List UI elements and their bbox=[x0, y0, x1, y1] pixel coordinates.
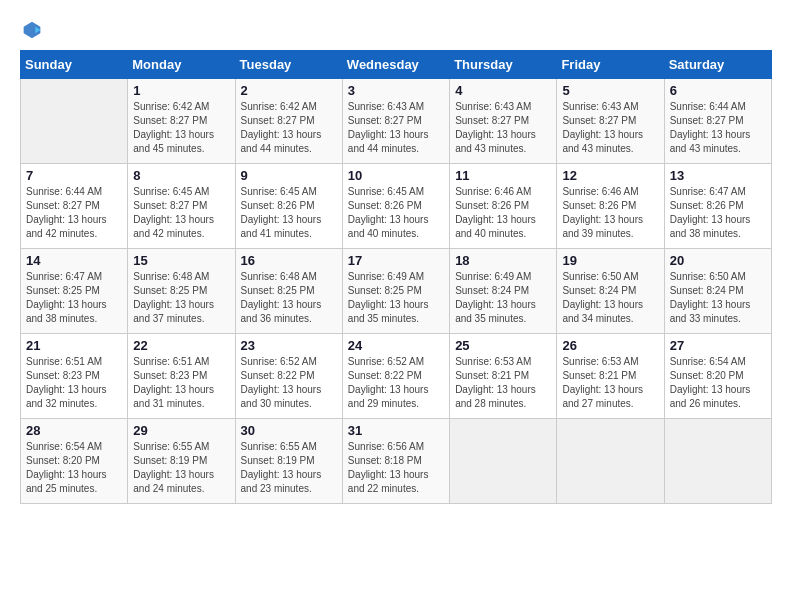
day-info: Sunrise: 6:49 AMSunset: 8:25 PMDaylight:… bbox=[348, 270, 444, 326]
day-cell bbox=[21, 79, 128, 164]
day-cell: 6Sunrise: 6:44 AMSunset: 8:27 PMDaylight… bbox=[664, 79, 771, 164]
day-number: 23 bbox=[241, 338, 337, 353]
day-info: Sunrise: 6:49 AMSunset: 8:24 PMDaylight:… bbox=[455, 270, 551, 326]
day-number: 6 bbox=[670, 83, 766, 98]
day-number: 17 bbox=[348, 253, 444, 268]
day-number: 16 bbox=[241, 253, 337, 268]
day-cell: 4Sunrise: 6:43 AMSunset: 8:27 PMDaylight… bbox=[450, 79, 557, 164]
day-cell: 28Sunrise: 6:54 AMSunset: 8:20 PMDayligh… bbox=[21, 419, 128, 504]
day-number: 18 bbox=[455, 253, 551, 268]
day-number: 7 bbox=[26, 168, 122, 183]
day-info: Sunrise: 6:46 AMSunset: 8:26 PMDaylight:… bbox=[455, 185, 551, 241]
header-friday: Friday bbox=[557, 51, 664, 79]
day-cell: 20Sunrise: 6:50 AMSunset: 8:24 PMDayligh… bbox=[664, 249, 771, 334]
day-info: Sunrise: 6:50 AMSunset: 8:24 PMDaylight:… bbox=[562, 270, 658, 326]
day-info: Sunrise: 6:55 AMSunset: 8:19 PMDaylight:… bbox=[241, 440, 337, 496]
week-row-3: 14Sunrise: 6:47 AMSunset: 8:25 PMDayligh… bbox=[21, 249, 772, 334]
day-cell bbox=[557, 419, 664, 504]
day-number: 19 bbox=[562, 253, 658, 268]
header-wednesday: Wednesday bbox=[342, 51, 449, 79]
day-number: 12 bbox=[562, 168, 658, 183]
day-number: 10 bbox=[348, 168, 444, 183]
day-info: Sunrise: 6:44 AMSunset: 8:27 PMDaylight:… bbox=[26, 185, 122, 241]
day-cell: 10Sunrise: 6:45 AMSunset: 8:26 PMDayligh… bbox=[342, 164, 449, 249]
day-number: 8 bbox=[133, 168, 229, 183]
day-cell: 22Sunrise: 6:51 AMSunset: 8:23 PMDayligh… bbox=[128, 334, 235, 419]
day-number: 29 bbox=[133, 423, 229, 438]
day-number: 2 bbox=[241, 83, 337, 98]
logo-icon bbox=[22, 20, 42, 40]
day-info: Sunrise: 6:48 AMSunset: 8:25 PMDaylight:… bbox=[133, 270, 229, 326]
day-info: Sunrise: 6:56 AMSunset: 8:18 PMDaylight:… bbox=[348, 440, 444, 496]
day-cell: 23Sunrise: 6:52 AMSunset: 8:22 PMDayligh… bbox=[235, 334, 342, 419]
day-info: Sunrise: 6:53 AMSunset: 8:21 PMDaylight:… bbox=[562, 355, 658, 411]
day-cell: 2Sunrise: 6:42 AMSunset: 8:27 PMDaylight… bbox=[235, 79, 342, 164]
day-number: 9 bbox=[241, 168, 337, 183]
day-number: 22 bbox=[133, 338, 229, 353]
day-info: Sunrise: 6:47 AMSunset: 8:26 PMDaylight:… bbox=[670, 185, 766, 241]
day-cell: 15Sunrise: 6:48 AMSunset: 8:25 PMDayligh… bbox=[128, 249, 235, 334]
day-number: 15 bbox=[133, 253, 229, 268]
day-number: 14 bbox=[26, 253, 122, 268]
day-info: Sunrise: 6:54 AMSunset: 8:20 PMDaylight:… bbox=[670, 355, 766, 411]
day-number: 4 bbox=[455, 83, 551, 98]
day-info: Sunrise: 6:46 AMSunset: 8:26 PMDaylight:… bbox=[562, 185, 658, 241]
day-cell: 7Sunrise: 6:44 AMSunset: 8:27 PMDaylight… bbox=[21, 164, 128, 249]
day-number: 21 bbox=[26, 338, 122, 353]
day-info: Sunrise: 6:55 AMSunset: 8:19 PMDaylight:… bbox=[133, 440, 229, 496]
day-info: Sunrise: 6:43 AMSunset: 8:27 PMDaylight:… bbox=[562, 100, 658, 156]
day-info: Sunrise: 6:43 AMSunset: 8:27 PMDaylight:… bbox=[455, 100, 551, 156]
day-info: Sunrise: 6:51 AMSunset: 8:23 PMDaylight:… bbox=[133, 355, 229, 411]
header-saturday: Saturday bbox=[664, 51, 771, 79]
day-info: Sunrise: 6:42 AMSunset: 8:27 PMDaylight:… bbox=[241, 100, 337, 156]
week-row-5: 28Sunrise: 6:54 AMSunset: 8:20 PMDayligh… bbox=[21, 419, 772, 504]
day-cell bbox=[664, 419, 771, 504]
day-number: 24 bbox=[348, 338, 444, 353]
header-tuesday: Tuesday bbox=[235, 51, 342, 79]
week-row-2: 7Sunrise: 6:44 AMSunset: 8:27 PMDaylight… bbox=[21, 164, 772, 249]
day-number: 27 bbox=[670, 338, 766, 353]
header-monday: Monday bbox=[128, 51, 235, 79]
day-cell: 17Sunrise: 6:49 AMSunset: 8:25 PMDayligh… bbox=[342, 249, 449, 334]
day-cell: 1Sunrise: 6:42 AMSunset: 8:27 PMDaylight… bbox=[128, 79, 235, 164]
day-number: 28 bbox=[26, 423, 122, 438]
day-info: Sunrise: 6:43 AMSunset: 8:27 PMDaylight:… bbox=[348, 100, 444, 156]
day-info: Sunrise: 6:48 AMSunset: 8:25 PMDaylight:… bbox=[241, 270, 337, 326]
day-info: Sunrise: 6:54 AMSunset: 8:20 PMDaylight:… bbox=[26, 440, 122, 496]
day-cell: 21Sunrise: 6:51 AMSunset: 8:23 PMDayligh… bbox=[21, 334, 128, 419]
week-row-1: 1Sunrise: 6:42 AMSunset: 8:27 PMDaylight… bbox=[21, 79, 772, 164]
day-info: Sunrise: 6:44 AMSunset: 8:27 PMDaylight:… bbox=[670, 100, 766, 156]
day-cell: 29Sunrise: 6:55 AMSunset: 8:19 PMDayligh… bbox=[128, 419, 235, 504]
day-number: 31 bbox=[348, 423, 444, 438]
day-cell: 26Sunrise: 6:53 AMSunset: 8:21 PMDayligh… bbox=[557, 334, 664, 419]
day-info: Sunrise: 6:45 AMSunset: 8:26 PMDaylight:… bbox=[348, 185, 444, 241]
day-info: Sunrise: 6:45 AMSunset: 8:27 PMDaylight:… bbox=[133, 185, 229, 241]
day-info: Sunrise: 6:47 AMSunset: 8:25 PMDaylight:… bbox=[26, 270, 122, 326]
day-cell: 31Sunrise: 6:56 AMSunset: 8:18 PMDayligh… bbox=[342, 419, 449, 504]
day-cell: 5Sunrise: 6:43 AMSunset: 8:27 PMDaylight… bbox=[557, 79, 664, 164]
day-info: Sunrise: 6:45 AMSunset: 8:26 PMDaylight:… bbox=[241, 185, 337, 241]
day-cell: 30Sunrise: 6:55 AMSunset: 8:19 PMDayligh… bbox=[235, 419, 342, 504]
day-cell: 27Sunrise: 6:54 AMSunset: 8:20 PMDayligh… bbox=[664, 334, 771, 419]
day-cell: 25Sunrise: 6:53 AMSunset: 8:21 PMDayligh… bbox=[450, 334, 557, 419]
page-header bbox=[20, 20, 772, 40]
day-cell: 11Sunrise: 6:46 AMSunset: 8:26 PMDayligh… bbox=[450, 164, 557, 249]
day-info: Sunrise: 6:53 AMSunset: 8:21 PMDaylight:… bbox=[455, 355, 551, 411]
day-number: 20 bbox=[670, 253, 766, 268]
logo bbox=[20, 20, 42, 40]
week-row-4: 21Sunrise: 6:51 AMSunset: 8:23 PMDayligh… bbox=[21, 334, 772, 419]
day-cell: 9Sunrise: 6:45 AMSunset: 8:26 PMDaylight… bbox=[235, 164, 342, 249]
day-cell: 12Sunrise: 6:46 AMSunset: 8:26 PMDayligh… bbox=[557, 164, 664, 249]
day-cell: 18Sunrise: 6:49 AMSunset: 8:24 PMDayligh… bbox=[450, 249, 557, 334]
header-thursday: Thursday bbox=[450, 51, 557, 79]
calendar-table: SundayMondayTuesdayWednesdayThursdayFrid… bbox=[20, 50, 772, 504]
day-cell: 16Sunrise: 6:48 AMSunset: 8:25 PMDayligh… bbox=[235, 249, 342, 334]
day-number: 3 bbox=[348, 83, 444, 98]
day-info: Sunrise: 6:50 AMSunset: 8:24 PMDaylight:… bbox=[670, 270, 766, 326]
day-number: 25 bbox=[455, 338, 551, 353]
day-cell: 8Sunrise: 6:45 AMSunset: 8:27 PMDaylight… bbox=[128, 164, 235, 249]
calendar-header-row: SundayMondayTuesdayWednesdayThursdayFrid… bbox=[21, 51, 772, 79]
day-number: 5 bbox=[562, 83, 658, 98]
day-info: Sunrise: 6:42 AMSunset: 8:27 PMDaylight:… bbox=[133, 100, 229, 156]
day-cell: 13Sunrise: 6:47 AMSunset: 8:26 PMDayligh… bbox=[664, 164, 771, 249]
